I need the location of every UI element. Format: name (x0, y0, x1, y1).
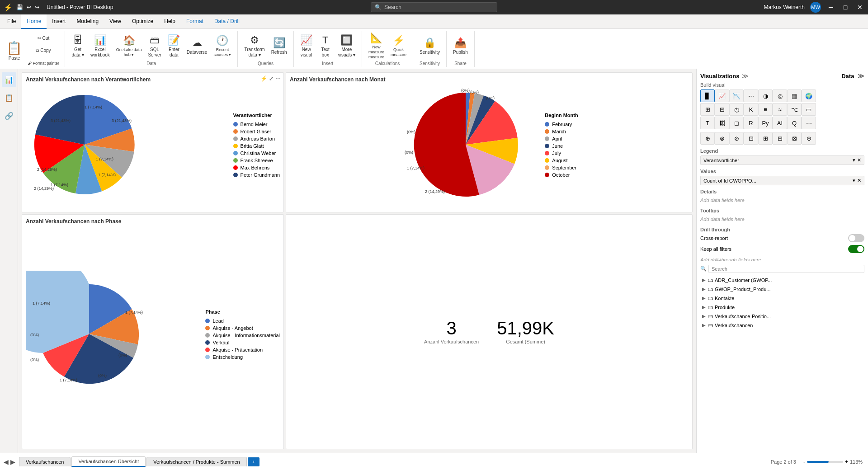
chart-phase[interactable]: Anzahl Verkaufschancen nach Phase (22, 214, 284, 449)
legend-field-remove[interactable]: ✕ (857, 157, 861, 163)
page-nav-back[interactable]: ◀ (4, 458, 9, 465)
undo-icon[interactable]: ↩ (27, 4, 31, 10)
values-field[interactable]: Count of Id GWOPPO... ▾ ✕ (700, 176, 864, 185)
legend-field-chevron[interactable]: ▾ (853, 157, 855, 163)
tab-modeling[interactable]: Modeling (71, 14, 104, 29)
sensitivity-button[interactable]: 🔒 Sensitivity (417, 33, 443, 60)
vis-type-b5[interactable]: ⊡ (744, 132, 758, 145)
vis-type-more[interactable]: ⋯ (802, 117, 816, 129)
vis-type-area[interactable]: 📉 (729, 89, 744, 102)
enter-data-button[interactable]: 📝 Enterdata (165, 33, 183, 60)
tab-format[interactable]: Format (181, 14, 209, 29)
vis-type-image[interactable]: 🖼 (715, 117, 729, 129)
tab-home[interactable]: Home (21, 14, 47, 29)
title-search-box[interactable]: 🔍 Search (371, 2, 497, 12)
vis-type-waterfall[interactable]: ≈ (773, 103, 787, 116)
sql-button[interactable]: 🗃 SQLServer (145, 33, 164, 60)
vis-type-kpi[interactable]: K (744, 103, 758, 116)
expand-data-icon[interactable]: ≫ (858, 72, 864, 80)
expand-vis-icon[interactable]: ≫ (742, 72, 749, 80)
new-visual-button[interactable]: 📈 Newvisual (297, 33, 316, 60)
data-item-gwop[interactable]: ▶ 🗃 GWOP_Product_Produ... (700, 285, 864, 294)
vis-type-line[interactable]: 📈 (715, 89, 729, 102)
data-item-adr[interactable]: ▶ 🗃 ADR_Customer (GWOP... (700, 276, 864, 285)
get-data-button[interactable]: 🗄 Getdata ▾ (69, 33, 87, 60)
vis-type-ai[interactable]: AI (773, 117, 787, 129)
cross-report-toggle[interactable] (848, 234, 864, 242)
values-field-chevron[interactable]: ▾ (853, 178, 855, 183)
excel-button[interactable]: 📊 Excelworkbook (88, 33, 113, 60)
new-measure-button[interactable]: 📐 Newmeasuremeasure (366, 33, 387, 60)
recent-sources-button[interactable]: 🕐 Recentsources ▾ (211, 33, 234, 60)
vis-type-python[interactable]: Py (758, 117, 773, 129)
vis-type-pie[interactable]: ◑ (758, 89, 773, 102)
zoom-in-icon[interactable]: + (845, 459, 848, 465)
quick-measure-button[interactable]: ⚡ Quickmeasure (388, 33, 409, 60)
add-page-button[interactable]: + (248, 457, 259, 466)
tab-help[interactable]: Help (159, 14, 181, 29)
data-item-kontakte[interactable]: ▶ 🗃 Kontakte (700, 294, 864, 303)
vis-type-donut[interactable]: ◎ (773, 89, 787, 102)
nav-model-icon[interactable]: 🔗 (2, 108, 16, 123)
vis-type-b4[interactable]: ⊘ (729, 132, 744, 145)
vis-type-b9[interactable]: ⊛ (802, 132, 816, 145)
values-field-remove[interactable]: ✕ (857, 178, 861, 183)
vis-type-text[interactable]: T (700, 117, 715, 129)
tab-verkaufschancen-produkte[interactable]: Verkaufschancen / Produkte - Summen (146, 457, 246, 466)
vis-type-shape[interactable]: ◻ (729, 117, 744, 129)
cut-button[interactable]: ✂ Cut (26, 32, 61, 44)
more-options-icon[interactable]: ⋯ (275, 75, 281, 82)
vis-type-gauge[interactable]: ◷ (729, 103, 744, 116)
vis-type-r[interactable]: R (744, 117, 758, 129)
tab-data-drill[interactable]: Data / Drill (209, 14, 245, 29)
vis-type-b7[interactable]: ⊟ (773, 132, 787, 145)
maximize-button[interactable]: □ (841, 3, 850, 12)
tab-view[interactable]: View (104, 14, 127, 29)
vis-type-card[interactable]: ▭ (802, 103, 816, 116)
vis-type-slicer[interactable]: ≡ (758, 103, 773, 116)
tab-verkaufschancen[interactable]: Verkaufschancen (19, 457, 71, 466)
page-nav-fwd[interactable]: ▶ (10, 458, 15, 465)
tab-verkaufschancen-ubersicht[interactable]: Verkaufschancen Übersicht (71, 456, 146, 467)
transform-button[interactable]: ⚙ Transformdata ▾ (241, 33, 267, 60)
paste-button[interactable]: 📋 Paste (4, 40, 25, 61)
format-painter-button[interactable]: 🖌 Format painter (26, 57, 61, 70)
more-visuals-button[interactable]: 🔲 Morevisuals ▾ (335, 33, 358, 60)
zoom-out-icon[interactable]: - (803, 459, 805, 465)
refresh-button[interactable]: 🔄 Refresh (269, 33, 290, 60)
vis-type-map[interactable]: 🌍 (802, 89, 816, 102)
nav-data-icon[interactable]: 📋 (2, 90, 16, 105)
onelake-button[interactable]: 🏠 OneLake datahub ▾ (113, 33, 145, 60)
vis-type-b3[interactable]: ⊗ (715, 132, 729, 145)
legend-field[interactable]: Verantwortlicher ▾ ✕ (700, 155, 864, 165)
vis-type-treemap[interactable]: ▦ (787, 89, 802, 102)
copy-button[interactable]: ⧉ Copy (26, 44, 61, 57)
data-item-verkaufschance-pos[interactable]: ▶ 🗃 Verkaufschance-Positio... (700, 312, 864, 321)
data-item-verkaufschancen[interactable]: ▶ 🗃 Verkaufschancen (700, 321, 864, 330)
zoom-slider[interactable] (807, 461, 843, 463)
data-search-input[interactable] (708, 265, 864, 273)
dataverse-button[interactable]: ☁ Dataverse (184, 33, 210, 60)
vis-type-qna[interactable]: Q (787, 117, 802, 129)
close-button[interactable]: ✕ (855, 3, 864, 12)
minimize-button[interactable]: ─ (826, 3, 835, 12)
nav-report-icon[interactable]: 📊 (2, 72, 16, 87)
save-icon[interactable]: 💾 (16, 4, 23, 10)
vis-type-bar[interactable]: ▊ (700, 89, 715, 102)
vis-type-matrix[interactable]: ⊟ (715, 103, 729, 116)
vis-type-b8[interactable]: ⊠ (787, 132, 802, 145)
vis-type-scatter[interactable]: ⋯ (744, 89, 758, 102)
vis-type-b6[interactable]: ⊞ (758, 132, 773, 145)
chart-monat[interactable]: Anzahl Verkaufschancen nach Monat (286, 72, 693, 212)
redo-icon[interactable]: ↪ (35, 4, 39, 10)
vis-type-table[interactable]: ⊞ (700, 103, 715, 116)
chart-verantwortlichem[interactable]: Anzahl Verkaufschancen nach Verantwortli… (22, 72, 284, 212)
data-item-produkte[interactable]: ▶ 🗃 Produkte (700, 303, 864, 312)
keep-filters-toggle[interactable] (848, 245, 864, 253)
text-box-button[interactable]: T Textbox (316, 33, 335, 60)
vis-type-funnel[interactable]: ⌥ (787, 103, 802, 116)
tab-insert[interactable]: Insert (47, 14, 71, 29)
filter-icon[interactable]: ⚡ (260, 75, 267, 82)
tab-optimize[interactable]: Optimize (127, 14, 159, 29)
tab-file[interactable]: File (2, 14, 21, 29)
